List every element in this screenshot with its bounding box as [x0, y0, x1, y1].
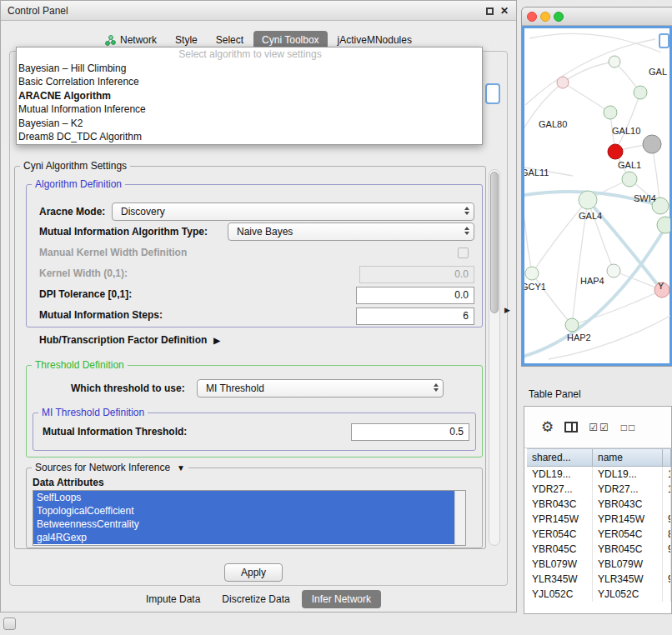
sources-toggle[interactable]: Sources for Network Inference▼ — [32, 462, 188, 473]
algorithm-option[interactable]: Bayesian – Hill Climbing — [17, 62, 482, 76]
network-node[interactable] — [557, 77, 569, 88]
table-panel-title: Table Panel — [529, 388, 581, 400]
minimize-traffic-light[interactable] — [540, 12, 550, 22]
network-edge[interactable] — [563, 62, 614, 82]
attribute-item[interactable]: SelfLoops — [33, 491, 454, 504]
mi-threshold-input[interactable]: 0.5 — [351, 423, 469, 441]
dpi-tolerance-input[interactable]: 0.0 — [356, 287, 474, 304]
minimized-panel-icon[interactable] — [3, 618, 16, 630]
zoom-traffic-light[interactable] — [554, 12, 564, 22]
focused-control-fragment[interactable] — [485, 83, 500, 104]
table-cell: 8. — [663, 527, 671, 542]
network-edge[interactable] — [529, 33, 661, 52]
window-title: Control Panel — [8, 5, 68, 17]
tab-impute-data[interactable]: Impute Data — [136, 590, 210, 608]
table-row[interactable]: YPR145WYPR145W9. — [527, 512, 671, 527]
attribute-item[interactable]: gal4RGexp — [33, 531, 454, 544]
network-edge[interactable] — [524, 219, 532, 273]
table-toolbar: ⚙ ☑☑ □□ — [524, 407, 671, 448]
network-node[interactable] — [525, 267, 539, 280]
network-edge[interactable] — [615, 92, 640, 152]
table-cell: YBR043C — [593, 497, 663, 512]
table-row[interactable]: YER054CYER054C8. — [527, 527, 671, 542]
tab-label: Select — [216, 34, 243, 46]
node-label: GAL4 — [579, 211, 602, 221]
network-node[interactable] — [609, 56, 620, 68]
tab-infer-network[interactable]: Infer Network — [302, 590, 381, 608]
scrollbar-thumb[interactable] — [490, 172, 499, 313]
attribute-item[interactable]: TopologicalCoefficient — [33, 504, 454, 518]
hub-definition-label: Hub/Transcription Factor Definition — [39, 334, 207, 346]
node-label: GAL — [649, 67, 667, 77]
network-node[interactable] — [622, 172, 637, 187]
table-cell: YJL052C — [527, 587, 593, 602]
select-all-checkboxes-icon[interactable]: ☑☑ — [589, 422, 610, 433]
disclosure-right-icon: ▶ — [213, 336, 220, 345]
control-panel-titlebar[interactable]: Control Panel ✕ — [1, 1, 516, 21]
algorithm-option[interactable]: Bayesian – K2 — [17, 117, 482, 131]
network-node[interactable] — [604, 106, 617, 119]
gear-icon[interactable]: ⚙ — [541, 418, 554, 436]
table-row[interactable]: YBL079WYBL079W — [527, 557, 671, 572]
network-node[interactable] — [657, 217, 670, 233]
list-scrollbar[interactable] — [454, 491, 465, 545]
mi-threshold-label: Mutual Information Threshold: — [43, 426, 187, 438]
network-canvas[interactable]: GALGAL80GAL10GAL11GAL1SWI4GAL4GCY1HAP4YH… — [524, 28, 670, 365]
network-node[interactable] — [579, 191, 597, 209]
table-row[interactable]: YJL052CYJL052C — [527, 587, 671, 602]
network-toolbar-fragment[interactable] — [659, 33, 669, 48]
kernel-width-input[interactable]: 0.0 — [359, 266, 474, 283]
close-traffic-light[interactable] — [527, 12, 537, 22]
which-threshold-select[interactable]: MI Threshold — [197, 379, 444, 398]
algorithm-option[interactable]: Mutual Information Inference — [17, 102, 482, 117]
network-node[interactable] — [634, 86, 647, 99]
network-icon — [105, 35, 116, 46]
table-row[interactable]: YBR045CYBR045C9. — [527, 542, 671, 557]
float-window-icon[interactable] — [486, 8, 494, 15]
table-row[interactable]: YDL19...YDL19...13 — [527, 467, 671, 482]
table-cell: YDL19... — [593, 467, 663, 482]
mi-algorithm-type-select[interactable]: Naive Bayes — [228, 222, 474, 241]
settings-scrollbar[interactable] — [489, 169, 500, 546]
tab-discretize-data[interactable]: Discretize Data — [212, 590, 299, 608]
algorithm-option[interactable]: ARACNE Algorithm — [17, 89, 482, 103]
manual-kernel-width-label: Manual Kernel Width Definition — [39, 247, 187, 258]
table-cell: YLR345W — [593, 572, 663, 587]
attribute-item[interactable]: BetweennessCentrality — [33, 518, 454, 531]
algorithm-option[interactable]: Basic Correlation Inference — [17, 75, 482, 89]
column-header[interactable]: name — [593, 449, 663, 466]
panel-collapse-arrow[interactable]: ▶ — [504, 306, 510, 314]
manual-kernel-width-checkbox[interactable] — [458, 248, 469, 258]
network-node[interactable] — [565, 318, 579, 332]
column-header[interactable] — [663, 449, 671, 466]
aracne-mode-select[interactable]: Discovery — [112, 202, 474, 221]
table-cell: 9. — [663, 512, 671, 527]
mi-steps-input[interactable]: 6 — [356, 308, 474, 325]
hub-definition-toggle[interactable]: Hub/Transcription Factor Definition▶ — [39, 334, 220, 346]
tab-label: Network — [120, 34, 157, 46]
selected-value: MI Threshold — [206, 382, 264, 394]
kernel-width-label: Kernel Width (0,1): — [39, 268, 128, 279]
network-node[interactable] — [607, 264, 620, 278]
network-window-titlebar[interactable] — [522, 8, 672, 26]
table-row[interactable]: YLR345WYLR345W9. — [527, 572, 671, 587]
apply-button[interactable]: Apply — [224, 563, 283, 582]
columns-icon[interactable] — [564, 422, 578, 432]
deselect-all-checkboxes-icon[interactable]: □□ — [621, 422, 637, 433]
node-label: Y — [658, 281, 664, 291]
data-attributes-listbox[interactable]: SelfLoopsTopologicalCoefficientBetweenne… — [33, 490, 466, 546]
algorithm-option[interactable]: Dream8 DC_TDC Algorithm — [17, 130, 482, 144]
table-row[interactable]: YBR043CYBR043C — [527, 497, 671, 512]
column-header[interactable]: shared... — [527, 449, 593, 466]
table-row[interactable]: YDR27...YDR27...12 — [527, 482, 671, 497]
combo-arrows-icon — [464, 227, 469, 235]
close-icon[interactable]: ✕ — [500, 5, 509, 17]
network-edge[interactable] — [563, 82, 610, 112]
sources-title: Sources for Network Inference — [35, 462, 170, 473]
group-title: Algorithm Definition — [32, 178, 125, 190]
table-cell: YDL19... — [527, 467, 593, 482]
network-node[interactable] — [608, 144, 623, 159]
node-label: GAL80 — [539, 119, 567, 129]
network-node[interactable] — [643, 135, 661, 153]
table-cell: YPR145W — [593, 512, 663, 527]
